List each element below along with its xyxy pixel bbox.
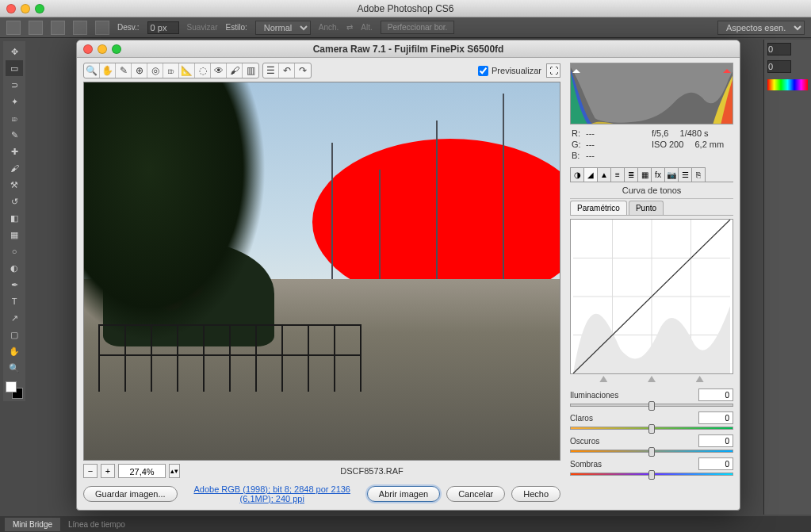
preferences-icon[interactable]: ☰ (263, 63, 279, 78)
crop-tool-icon[interactable]: ⎄ (6, 110, 23, 126)
shape-tool-icon[interactable]: ▢ (6, 327, 23, 343)
tab-detail-icon[interactable]: ▲ (597, 167, 611, 182)
marquee-mode-4-icon[interactable] (95, 21, 109, 35)
spot-removal-icon[interactable]: ◌ (195, 63, 211, 78)
slider-lights[interactable] (570, 427, 733, 430)
histogram[interactable] (570, 63, 733, 124)
slider-value-highlights[interactable] (698, 388, 733, 401)
cr-minimize-icon[interactable] (98, 44, 107, 54)
marquee-mode-3-icon[interactable] (73, 21, 87, 35)
open-image-button[interactable]: Abrir imagen (367, 486, 440, 502)
image-preview[interactable] (83, 82, 560, 461)
slider-value-shadows[interactable] (698, 457, 733, 470)
zoom-tool-icon[interactable]: 🔍 (6, 360, 23, 376)
hand-tool-icon[interactable]: ✋ (6, 343, 23, 359)
redeye-icon[interactable]: 👁 (211, 63, 227, 78)
curve-handle-shadows[interactable] (599, 376, 607, 382)
gradient-tool-icon[interactable]: ▦ (6, 227, 23, 243)
heal-tool-icon[interactable]: ✚ (6, 144, 23, 159)
eyedropper-tool-icon[interactable]: ✎ (6, 127, 23, 143)
subtab-point[interactable]: Punto (629, 201, 664, 215)
slider-knob[interactable] (648, 447, 655, 457)
slider-value-lights[interactable] (698, 411, 733, 424)
feather-input[interactable] (147, 21, 179, 34)
workspace-select[interactable]: Aspectos esen. (717, 21, 805, 35)
zoom-in-button[interactable]: + (101, 464, 115, 478)
zoom-out-button[interactable]: − (83, 464, 98, 478)
rotate-ccw-icon[interactable]: ↶ (279, 63, 295, 78)
slider-knob[interactable] (648, 470, 655, 480)
y-field[interactable] (767, 60, 791, 73)
curve-handle-mid[interactable] (648, 376, 656, 382)
tab-presets-icon[interactable]: ☰ (678, 167, 692, 182)
curve-handle-highlights[interactable] (696, 376, 704, 382)
color-swatches[interactable] (6, 381, 23, 399)
slider-shadows[interactable] (570, 473, 733, 476)
slider-highlights[interactable] (570, 404, 733, 407)
fullscreen-toggle-icon[interactable]: ⛶ (546, 63, 560, 78)
style-select[interactable]: Normal (255, 21, 311, 35)
marquee-mode-2-icon[interactable] (51, 21, 65, 35)
tab-camera-icon[interactable]: 📷 (664, 167, 679, 182)
history-brush-icon[interactable]: ↺ (6, 193, 23, 209)
save-image-button[interactable]: Guardar imagen... (83, 486, 178, 502)
zoom-tool-icon[interactable]: 🔍 (84, 63, 100, 78)
move-tool-icon[interactable]: ✥ (6, 44, 23, 59)
minimize-window-icon[interactable] (21, 4, 30, 13)
tab-hsl-icon[interactable]: ≡ (610, 167, 625, 182)
x-field[interactable] (767, 43, 791, 55)
subtab-parametric[interactable]: Paramétrico (570, 201, 627, 215)
tab-split-icon[interactable]: ≣ (624, 167, 638, 182)
type-tool-icon[interactable]: T (6, 293, 23, 309)
tone-curve[interactable] (570, 219, 733, 374)
slider-value-darks[interactable] (698, 434, 733, 447)
color-sampler-icon[interactable]: ⊕ (132, 63, 147, 78)
cr-close-icon[interactable] (83, 44, 93, 54)
straighten-icon[interactable]: 📐 (179, 63, 195, 78)
tab-mini-bridge[interactable]: Mini Bridge (5, 518, 60, 531)
tab-snapshots-icon[interactable]: ⎘ (691, 167, 706, 182)
workflow-link[interactable]: Adobe RGB (1998); bit 8; 2848 por 2136 (… (184, 484, 361, 503)
slider-darks[interactable] (570, 450, 733, 453)
marquee-tool-icon[interactable]: ▭ (6, 60, 23, 76)
lasso-tool-icon[interactable]: ⊃ (6, 77, 23, 93)
dodge-tool-icon[interactable]: ◐ (6, 260, 23, 276)
adjustment-brush-icon[interactable]: 🖌 (227, 63, 243, 78)
zoom-stepper[interactable]: ▴▾ (169, 464, 180, 478)
cancel-button[interactable]: Cancelar (446, 486, 505, 502)
highlight-clip-indicator-icon[interactable] (723, 65, 731, 73)
preview-checkbox[interactable]: Previsualizar (478, 66, 541, 76)
targeted-adjust-icon[interactable]: ◎ (147, 63, 163, 78)
hand-tool-icon[interactable]: ✋ (100, 63, 116, 78)
crop-icon[interactable]: ⎄ (163, 63, 179, 78)
zoom-value[interactable]: 27,4% (118, 464, 166, 478)
wand-tool-icon[interactable]: ✦ (6, 94, 23, 109)
tab-lens-icon[interactable]: ▦ (637, 167, 652, 182)
color-spectrum[interactable] (767, 79, 808, 90)
tab-curve-icon[interactable]: ◢ (583, 167, 598, 182)
preview-checkbox-input[interactable] (478, 66, 488, 76)
eraser-tool-icon[interactable]: ◧ (6, 210, 23, 226)
refine-edge-button[interactable]: Perfeccionar bor. (381, 21, 455, 34)
tool-preset-icon[interactable] (6, 21, 21, 35)
tab-fx-icon[interactable]: fx (651, 167, 665, 182)
tab-basic-icon[interactable]: ◑ (570, 167, 584, 182)
marquee-mode-1-icon[interactable] (29, 21, 43, 35)
close-window-icon[interactable] (6, 4, 16, 13)
rotate-cw-icon[interactable]: ↷ (295, 63, 311, 78)
tab-timeline[interactable]: Línea de tiempo (60, 518, 133, 531)
slider-knob[interactable] (648, 424, 655, 434)
done-button[interactable]: Hecho (511, 486, 560, 502)
foreground-color-swatch[interactable] (6, 381, 17, 392)
slider-knob[interactable] (648, 401, 655, 411)
cr-zoom-icon[interactable] (112, 44, 121, 54)
white-balance-icon[interactable]: ✎ (116, 63, 132, 78)
graduated-filter-icon[interactable]: ▥ (243, 63, 258, 78)
stamp-tool-icon[interactable]: ⚒ (6, 177, 23, 193)
pen-tool-icon[interactable]: ✒ (6, 277, 23, 293)
blur-tool-icon[interactable]: ○ (6, 243, 23, 259)
zoom-window-icon[interactable] (35, 4, 44, 13)
shadow-clip-indicator-icon[interactable] (572, 65, 580, 73)
path-tool-icon[interactable]: ↗ (6, 310, 23, 326)
brush-tool-icon[interactable]: 🖌 (6, 160, 23, 176)
